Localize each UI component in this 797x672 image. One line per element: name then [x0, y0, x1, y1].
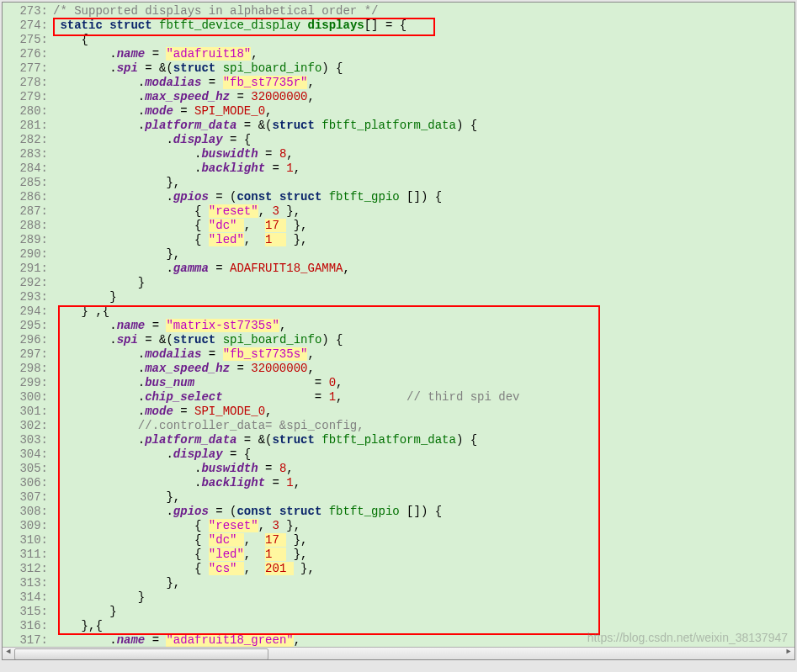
line-number: 284:: [3, 161, 53, 175]
line-content: },: [53, 247, 794, 261]
code-line[interactable]: 307: },: [3, 490, 794, 505]
line-content: .max_speed_hz = 32000000,: [53, 90, 794, 103]
line-number: 290:: [3, 247, 53, 261]
line-content: .gamma = ADAFRUIT18_GAMMA,: [53, 262, 794, 275]
line-content: }: [53, 605, 794, 618]
line-number: 314:: [3, 590, 53, 604]
code-line[interactable]: 290: },: [3, 247, 794, 262]
line-content: //.controller_data= &spi_config,: [53, 419, 794, 432]
code-line[interactable]: 275: {: [3, 33, 794, 47]
code-line[interactable]: 284: .backlight = 1,: [3, 161, 794, 176]
line-content: .mode = SPI_MODE_0,: [53, 405, 794, 418]
line-content: },: [53, 490, 794, 504]
code-line[interactable]: 274: static struct fbtft_device_display …: [3, 19, 794, 33]
code-line[interactable]: 313: },: [3, 576, 794, 590]
line-content: static struct fbtft_device_display displ…: [53, 19, 794, 32]
line-content: .display = {: [53, 447, 794, 461]
code-line[interactable]: 303: .platform_data = &(struct fbtft_pla…: [3, 433, 794, 447]
code-editor[interactable]: 273:/* Supported displays in alphabetica…: [2, 2, 795, 660]
code-line[interactable]: 301: .mode = SPI_MODE_0,: [3, 405, 794, 419]
code-line[interactable]: 311: { "led", 1 },: [3, 548, 794, 562]
line-number: 283:: [3, 147, 53, 161]
line-number: 308:: [3, 505, 53, 518]
line-number: 303:: [3, 433, 53, 447]
line-number: 304:: [3, 447, 53, 461]
code-line[interactable]: 276: .name = "adafruit18",: [3, 47, 794, 61]
line-content: .modalias = "fb_st7735r",: [53, 76, 794, 89]
line-content: .backlight = 1,: [53, 161, 794, 175]
line-number: 317:: [3, 633, 53, 647]
line-content: .modalias = "fb_st7735s",: [53, 347, 794, 361]
line-content: { "led", 1 },: [53, 548, 794, 561]
code-line[interactable]: 286: .gpios = (const struct fbtft_gpio […: [3, 190, 794, 204]
line-number: 299:: [3, 376, 53, 389]
code-line[interactable]: 309: { "reset", 3 },: [3, 519, 794, 533]
code-line[interactable]: 280: .mode = SPI_MODE_0,: [3, 104, 794, 119]
code-line[interactable]: 294: } ,{: [3, 304, 794, 319]
code-line[interactable]: 298: .max_speed_hz = 32000000,: [3, 362, 794, 376]
code-line[interactable]: 293: }: [3, 290, 794, 304]
line-content: .platform_data = &(struct fbtft_platform…: [53, 119, 794, 132]
line-content: {: [53, 33, 794, 46]
code-line[interactable]: 285: },: [3, 176, 794, 190]
line-number: 279:: [3, 90, 53, 103]
line-content: .buswidth = 8,: [53, 147, 794, 161]
code-line[interactable]: 282: .display = {: [3, 133, 794, 147]
code-line[interactable]: 302: //.controller_data= &spi_config,: [3, 419, 794, 433]
line-number: 294:: [3, 304, 53, 318]
line-content: }: [53, 290, 794, 304]
line-content: .display = {: [53, 133, 794, 146]
code-line[interactable]: 316: },{: [3, 619, 794, 633]
code-line[interactable]: 278: .modalias = "fb_st7735r",: [3, 76, 794, 90]
line-number: 295:: [3, 319, 53, 332]
line-number: 287:: [3, 204, 53, 218]
scroll-left-arrow-icon[interactable]: ◄: [3, 648, 14, 659]
code-line[interactable]: 308: .gpios = (const struct fbtft_gpio […: [3, 505, 794, 519]
code-line[interactable]: 292: }: [3, 276, 794, 290]
code-line[interactable]: 273:/* Supported displays in alphabetica…: [3, 4, 794, 19]
horizontal-scrollbar[interactable]: ◄ ►: [3, 647, 794, 659]
line-number: 310:: [3, 533, 53, 547]
line-content: .bus_num = 0,: [53, 376, 794, 389]
code-line[interactable]: 279: .max_speed_hz = 32000000,: [3, 90, 794, 104]
code-line[interactable]: 283: .buswidth = 8,: [3, 147, 794, 161]
line-number: 315:: [3, 605, 53, 618]
line-content: } ,{: [53, 304, 794, 318]
code-line[interactable]: 287: { "reset", 3 },: [3, 204, 794, 219]
line-number: 291:: [3, 262, 53, 275]
line-number: 296:: [3, 333, 53, 347]
code-line[interactable]: 281: .platform_data = &(struct fbtft_pla…: [3, 119, 794, 133]
code-line[interactable]: 304: .display = {: [3, 447, 794, 462]
code-line[interactable]: 295: .name = "matrix-st7735s",: [3, 319, 794, 333]
line-number: 286:: [3, 190, 53, 204]
code-line[interactable]: 288: { "dc" , 17 },: [3, 219, 794, 233]
code-line[interactable]: 317: .name = "adafruit18_green",: [3, 633, 794, 648]
code-line[interactable]: 310: { "dc" , 17 },: [3, 533, 794, 548]
line-number: 297:: [3, 347, 53, 361]
code-line[interactable]: 296: .spi = &(struct spi_board_info) {: [3, 333, 794, 347]
code-line[interactable]: 291: .gamma = ADAFRUIT18_GAMMA,: [3, 262, 794, 276]
line-number: 281:: [3, 119, 53, 132]
line-number: 313:: [3, 576, 53, 590]
code-line[interactable]: 277: .spi = &(struct spi_board_info) {: [3, 61, 794, 76]
code-line[interactable]: 306: .backlight = 1,: [3, 476, 794, 490]
line-number: 273:: [3, 4, 53, 18]
line-number: 293:: [3, 290, 53, 304]
code-line[interactable]: 297: .modalias = "fb_st7735s",: [3, 347, 794, 362]
line-number: 292:: [3, 276, 53, 289]
code-line[interactable]: 289: { "led", 1 },: [3, 233, 794, 247]
code-line[interactable]: 315: }: [3, 605, 794, 619]
scrollbar-thumb[interactable]: [14, 648, 268, 660]
code-line[interactable]: 314: }: [3, 590, 794, 605]
scroll-right-arrow-icon[interactable]: ►: [783, 648, 794, 659]
code-line[interactable]: 299: .bus_num = 0,: [3, 376, 794, 390]
line-content: .spi = &(struct spi_board_info) {: [53, 333, 794, 347]
line-content: },{: [53, 619, 794, 632]
line-number: 298:: [3, 362, 53, 375]
code-line[interactable]: 312: { "cs" , 201 },: [3, 562, 794, 576]
code-line[interactable]: 300: .chip_select = 1, // third spi dev: [3, 390, 794, 405]
line-number: 312:: [3, 562, 53, 575]
code-line[interactable]: 305: .buswidth = 8,: [3, 462, 794, 476]
code-area[interactable]: 273:/* Supported displays in alphabetica…: [3, 3, 794, 660]
line-number: 311:: [3, 548, 53, 561]
